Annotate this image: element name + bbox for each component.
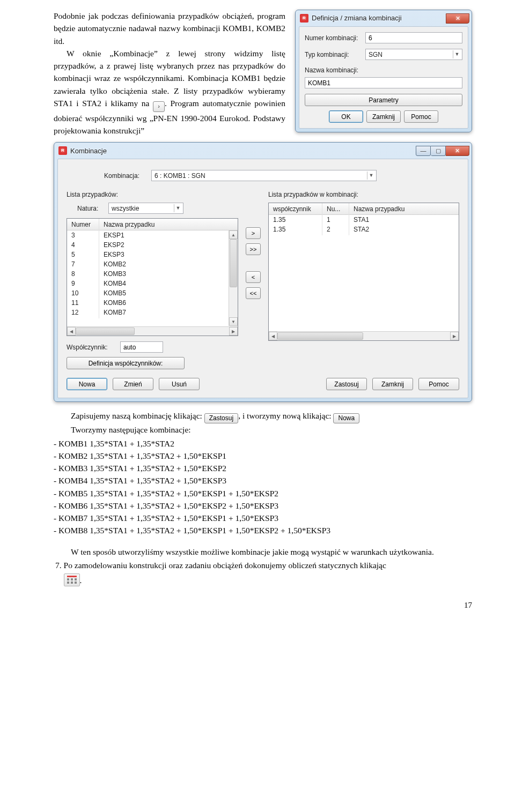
scrollbar-vertical[interactable] <box>229 230 238 326</box>
combination-type-select[interactable]: SGN ▼ <box>365 49 462 60</box>
chevron-down-icon: ▼ <box>453 50 461 58</box>
cases-list[interactable]: Numer Nazwa przypadku 3EKSP14EKSP25EKSP3… <box>67 218 238 336</box>
combinations-dialog: R Kombinacje — ▢ ✕ Kombinacja: 6 : KOMB1… <box>54 142 472 402</box>
combination-name-field[interactable] <box>305 77 462 88</box>
combination-line: - KOMB6 1,35*STA1 + 1,35*STA2 + 1,50*EKS… <box>54 500 472 512</box>
col-coefficient: współczynnik <box>269 203 322 215</box>
right-list-title: Lista przypadków w kombinacji: <box>268 190 459 199</box>
move-left-button[interactable]: < <box>246 271 261 283</box>
arrow-right-icon[interactable]: › <box>153 101 165 112</box>
chevron-down-icon: ▼ <box>367 172 375 180</box>
combination-definition-dialog: R Definicja / zmiana kombinacji ✕ Numer … <box>295 10 472 132</box>
minimize-icon[interactable]: — <box>416 146 431 156</box>
col-name: Nazwa przypadku <box>99 219 238 230</box>
label-coefficient: Współczynnik: <box>67 342 116 352</box>
combination-cases-list[interactable]: współczynnik Nu... Nazwa przypadku 1.351… <box>268 203 459 341</box>
col-case-name: Nazwa przypadku <box>349 203 459 215</box>
window-title: Definicja / zmiana kombinacji <box>312 13 402 24</box>
maximize-icon[interactable]: ▢ <box>431 146 446 156</box>
delete-button[interactable]: Usuń <box>159 378 200 390</box>
close-icon[interactable]: ✕ <box>446 13 469 24</box>
combination-line: - KOMB1 1,35*STA1 + 1,35*STA2 <box>54 437 472 450</box>
chevron-down-icon: ▼ <box>174 204 182 212</box>
left-list-title: Lista przypadków: <box>67 190 238 199</box>
calculate-icon[interactable] <box>64 573 80 586</box>
page-number: 17 <box>54 599 472 612</box>
modify-button[interactable]: Zmień <box>113 378 153 390</box>
scrollbar-horizontal[interactable] <box>67 326 238 336</box>
combinations-text-list: - KOMB1 1,35*STA1 + 1,35*STA2- KOMB2 1,3… <box>54 437 472 537</box>
move-all-left-button[interactable]: << <box>246 287 261 299</box>
list-item-7: Po zamodelowaniu konstrukcji oraz zadani… <box>64 559 472 587</box>
combination-line: - KOMB2 1,35*STA1 + 1,35*STA2 + 1,50*EKS… <box>54 450 472 462</box>
titlebar[interactable]: R Kombinacje — ▢ ✕ <box>54 143 472 159</box>
scrollbar-horizontal[interactable] <box>269 331 459 340</box>
label-nature: Natura: <box>77 204 104 213</box>
label-type: Typ kombinacji: <box>305 50 361 59</box>
nature-select[interactable]: wszystkie ▼ <box>108 203 183 214</box>
paragraph: Zapisujemy naszą kombinację klikając: Za… <box>71 409 472 423</box>
coefficient-definition-button[interactable]: Definicja współczynników: <box>67 357 185 369</box>
combination-line: - KOMB3 1,35*STA1 + 1,35*STA2 + 1,50*EKS… <box>54 462 472 474</box>
combination-number-field[interactable] <box>365 32 462 43</box>
close-icon[interactable]: ✕ <box>446 146 469 156</box>
window-title: Kombinacje <box>70 146 107 157</box>
label-name: Nazwa kombinacji: <box>305 65 462 75</box>
list-item[interactable]: 1.352STA2 <box>269 225 459 234</box>
close-button[interactable]: Zamknij <box>372 378 413 390</box>
apply-button[interactable]: Zastosuj <box>326 378 367 390</box>
col-number: Numer <box>67 219 99 230</box>
label-combination: Kombinacja: <box>104 171 147 181</box>
help-button[interactable]: Pomoc <box>404 110 438 123</box>
new-button-inline[interactable]: Nowa <box>333 413 359 423</box>
list-item[interactable]: 12KOMB7 <box>67 308 238 317</box>
ok-button[interactable]: OK <box>329 110 363 123</box>
paragraph: W ten sposób utworzyliśmy wszystkie możl… <box>54 546 472 558</box>
combination-select[interactable]: 6 : KOMB1 : SGN ▼ <box>151 170 377 181</box>
paragraph: Tworzymy następujące kombinacje: <box>71 423 472 436</box>
help-button[interactable]: Pomoc <box>418 378 459 390</box>
combination-line: - KOMB5 1,35*STA1 + 1,35*STA2 + 1,50*EKS… <box>54 487 472 500</box>
move-right-button[interactable]: > <box>246 227 261 239</box>
combination-line: - KOMB8 1,35*STA1 + 1,35*STA2 + 1,50*EKS… <box>54 524 472 537</box>
new-button[interactable]: Nowa <box>67 378 107 390</box>
titlebar[interactable]: R Definicja / zmiana kombinacji ✕ <box>296 10 472 26</box>
parameters-button[interactable]: Parametry <box>305 94 462 106</box>
coefficient-field[interactable] <box>120 341 163 353</box>
label-number: Numer kombinacji: <box>305 33 361 43</box>
close-button[interactable]: Zamknij <box>366 110 401 123</box>
combination-line: - KOMB4 1,35*STA1 + 1,35*STA2 + 1,50*EKS… <box>54 474 472 487</box>
col-number: Nu... <box>322 203 349 215</box>
move-all-right-button[interactable]: >> <box>246 243 261 255</box>
apply-button-inline[interactable]: Zastosuj <box>204 413 238 423</box>
combination-line: - KOMB7 1,35*STA1 + 1,35*STA2 + 1,50*EKS… <box>54 512 472 524</box>
app-icon: R <box>300 14 308 23</box>
app-icon: R <box>58 146 67 155</box>
